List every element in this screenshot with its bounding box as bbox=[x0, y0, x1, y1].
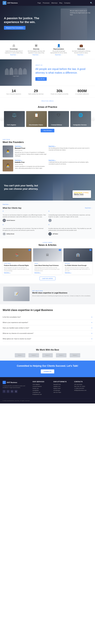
practice-card-2[interactable]: 🛡 → Criminal Defense bbox=[48, 111, 69, 127]
faq-question-4: What options do I have to resolve my iss… bbox=[3, 338, 31, 340]
cta-section: Committed to Helping Our Clients Succeed… bbox=[0, 360, 95, 377]
faq-item-2[interactable]: Have you handled cases similar to mine? … bbox=[3, 325, 92, 331]
footer: JUST Business A leading law firm committ… bbox=[0, 377, 95, 404]
footer-link-1-2[interactable]: Martha Travis bbox=[53, 388, 72, 389]
feature-representation: 👤 Representation We provide strong legal… bbox=[47, 44, 70, 56]
founder-title-2: Senior Attorney bbox=[15, 164, 46, 165]
testimonials-title-row: What Our Clients Say Read More → bbox=[3, 207, 92, 209]
news-tag: Latest News bbox=[3, 242, 92, 243]
partner-logo-0: Partner 1 bbox=[15, 353, 25, 358]
footer-link-1-0[interactable]: Maxwell Frost bbox=[53, 384, 72, 385]
news-load-more-button[interactable]: Load more articles bbox=[40, 277, 55, 280]
testimonials-grid: " The team at Just Business helped me na… bbox=[3, 210, 92, 236]
stat-num-3: 800M bbox=[76, 89, 89, 93]
nav-link-page[interactable]: Page bbox=[37, 2, 41, 4]
founder-read-more-3[interactable]: Read More → bbox=[49, 160, 92, 161]
news-card-read-1[interactable]: Read More → bbox=[34, 272, 61, 273]
feature-title-2: Representation bbox=[49, 48, 69, 50]
testimonials-main-title: What Our Clients Say bbox=[3, 207, 21, 209]
quote-icon-2: " bbox=[3, 224, 47, 227]
news-card-read-2[interactable]: Read More → bbox=[65, 272, 91, 273]
practice-tag: Practice Areas bbox=[0, 100, 95, 102]
linkedin-icon[interactable]: in bbox=[10, 390, 13, 393]
news-badge-2: ★ bbox=[89, 249, 92, 251]
news-card-tag-2: Defense bbox=[65, 263, 91, 264]
founder-read-more-0[interactable]: Read More → bbox=[15, 146, 46, 147]
footer-link-0-2[interactable]: Family Law bbox=[33, 388, 51, 389]
practice-card-label-0: → Civil Litigation bbox=[5, 124, 16, 126]
faq-item-1[interactable]: What is your experience and expertise? + bbox=[3, 320, 92, 325]
nav-link-company[interactable]: Company bbox=[64, 2, 70, 4]
nav-link-blog[interactable]: Blog bbox=[59, 2, 62, 4]
feature-text-0: Legal professionals with years of experi… bbox=[4, 50, 24, 54]
nav-link-processes[interactable]: Processes bbox=[43, 2, 49, 4]
twitter-icon[interactable]: t bbox=[6, 390, 9, 393]
feature-text-3: Our team is dedicated to achieving the b… bbox=[71, 50, 91, 54]
consultation-title: World class expertise in Legal Business bbox=[32, 292, 92, 294]
founder-info-2: Read More → Isabella Cruz Senior Attorne… bbox=[15, 160, 46, 172]
about-image-inner: Legal Team bbox=[0, 59, 32, 86]
testimonial-avatar-1 bbox=[48, 219, 52, 222]
feature-read-more-2[interactable]: Read More → bbox=[49, 54, 69, 56]
stat-years: 14 Years of practice experience bbox=[6, 89, 21, 95]
practice-view-all-button[interactable]: View All Areas bbox=[41, 129, 54, 132]
feature-text-1: We bring together attorneys with experti… bbox=[26, 50, 46, 54]
logo-icon: J bbox=[3, 1, 6, 5]
founder-image-0: 👨‍💼 bbox=[3, 146, 13, 158]
testimonials-read-more-link[interactable]: Read More → bbox=[85, 207, 92, 208]
footer-link-1-1[interactable]: Isabella Cruz bbox=[53, 386, 72, 387]
footer-link-0-5[interactable]: Employment Law bbox=[33, 394, 51, 395]
footer-logo-box bbox=[3, 381, 6, 384]
footer-link-1-4[interactable]: Join Our Team bbox=[53, 392, 72, 393]
faq-question-0: Is the first consultation free? bbox=[3, 316, 21, 318]
nav-link-attorneys[interactable]: Attorneys bbox=[51, 2, 57, 4]
partners-title: We Work With the Best bbox=[3, 349, 92, 351]
faq-item-0[interactable]: Is the first consultation free? + bbox=[3, 314, 92, 320]
practice-title: Areas of Practice bbox=[0, 106, 95, 108]
footer-link-0-3[interactable]: Immigration bbox=[33, 390, 51, 391]
founder-read-more-2[interactable]: Read More → bbox=[15, 160, 46, 161]
footer-col-services: Our Services Civil Litigation Criminal D… bbox=[33, 381, 51, 396]
partner-logo-4: Partner 5 bbox=[70, 353, 80, 358]
faq-item-4[interactable]: What options do I have to resolve my iss… bbox=[3, 336, 92, 342]
footer-email[interactable]: info@justbusiness.com bbox=[74, 390, 92, 391]
footer-col-title-1: Our Attorneys bbox=[53, 381, 72, 382]
cta-contact-button[interactable]: Contact Us bbox=[41, 370, 54, 374]
faq-question-2: Have you handled cases similar to mine? bbox=[3, 327, 29, 329]
hero-cta-button[interactable]: Request Free Consultation bbox=[4, 26, 25, 30]
news-card-tag-1: Fraud bbox=[34, 263, 61, 264]
feature-read-more-3[interactable]: Read More → bbox=[71, 54, 91, 56]
practice-card-1[interactable]: 📋 → Discrimination Claims bbox=[26, 111, 47, 127]
news-image-1: 🏛 ★ bbox=[33, 248, 62, 262]
about-cta-button[interactable]: View All Info bbox=[35, 77, 47, 81]
footer-link-0-1[interactable]: Criminal Defense bbox=[33, 386, 51, 387]
instagram-icon[interactable]: ig bbox=[14, 390, 17, 393]
footer-link-0-4[interactable]: Corporate Law bbox=[33, 392, 51, 393]
stat-label-3: In cumulative settlements bbox=[76, 93, 89, 95]
practice-card-3[interactable]: 🌐 → Immigration Services bbox=[70, 111, 91, 127]
founder-card-0: 👨‍💼 Read More → Maxwell Frost Head Attor… bbox=[3, 146, 46, 158]
founder-image-inner-2: 👩‍💼 bbox=[3, 160, 13, 172]
carousel-arrow-left[interactable]: ‹ bbox=[0, 118, 4, 120]
footer-logo-name: JUST Business bbox=[6, 382, 17, 383]
footer-link-0-0[interactable]: Civil Litigation bbox=[33, 384, 51, 385]
about-title-plain: All bbox=[35, 68, 39, 70]
footer-phone[interactable]: +1 (555) 234-5678 bbox=[74, 388, 92, 389]
faq-item-3[interactable]: What are my chances of a successful outc… bbox=[3, 331, 92, 336]
logo[interactable]: J JUST Business bbox=[3, 1, 18, 5]
feature-read-more-1[interactable]: Read More → bbox=[26, 54, 46, 56]
footer-copyright: © 2024 Just Business Law Firm. All right… bbox=[3, 400, 30, 401]
footer-link-1-3[interactable]: All Attorneys bbox=[53, 390, 72, 391]
news-card-read-0[interactable]: Read More → bbox=[4, 272, 30, 273]
practice-card-0[interactable]: ⚖️ → Civil Litigation bbox=[4, 111, 25, 127]
feature-read-more-0[interactable]: Read More → bbox=[4, 54, 24, 56]
faq-question-1: What is your experience and expertise? bbox=[3, 322, 28, 323]
search-icon[interactable]: 🔍 bbox=[90, 2, 92, 4]
carousel-arrow-right[interactable]: › bbox=[91, 118, 95, 120]
testimonial-author-2: BB Bobby Brown bbox=[3, 232, 47, 236]
partners-grid: Partner 1 Partner 2 Partner 3 Partner 4 … bbox=[3, 353, 92, 358]
founder-read-more-1[interactable]: Read More → bbox=[49, 146, 92, 147]
facebook-icon[interactable]: f bbox=[3, 390, 5, 393]
choose-title: You can't pick your family, but you can … bbox=[4, 184, 41, 190]
footer-col-title-2: Contacts bbox=[74, 381, 92, 382]
